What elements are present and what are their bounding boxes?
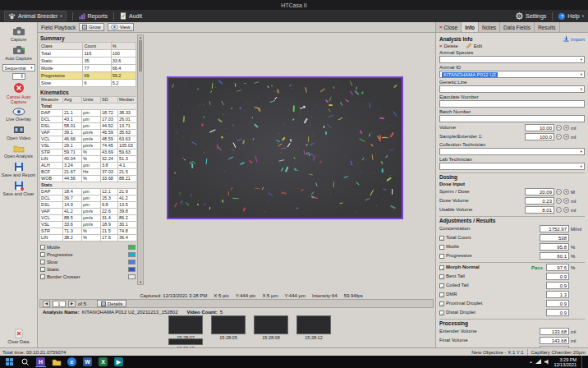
legend-item[interactable]: ✓Static xyxy=(39,265,136,273)
minus-button[interactable]: − xyxy=(556,207,562,213)
start-button[interactable] xyxy=(4,356,15,367)
kinematics-row[interactable]: VSL33.6µm/s18.930.1 xyxy=(40,222,137,228)
capture-button[interactable]: Capture xyxy=(1,26,37,42)
kinematics-row[interactable]: ALH3.24µm3.84.1 xyxy=(40,163,137,169)
live-overlay-button[interactable]: Live Overlay xyxy=(1,108,37,122)
dose-volume-input[interactable]: 0.23 xyxy=(525,197,554,205)
taskbar-app-htcasa[interactable]: H xyxy=(35,356,46,367)
kinematics-row[interactable]: DSL14.9µm9.813.5 xyxy=(40,202,137,209)
dmr-input[interactable]: 1.3 xyxy=(546,291,569,298)
lab-technician-select[interactable]: ▾ xyxy=(439,163,585,170)
proximal-droplet-input[interactable]: 0.9 xyxy=(546,300,569,307)
view-button[interactable]: View xyxy=(108,23,134,31)
distal-droplet-input[interactable]: 0.9 xyxy=(546,309,569,316)
taskbar-edge[interactable]: e xyxy=(67,356,77,367)
distal-droplet-checkbox[interactable]: ✓ xyxy=(439,310,444,315)
taskbar-clock[interactable]: 3:29 PM 12/13/2021 xyxy=(554,357,577,367)
taskbar-media-app[interactable]: ▶ xyxy=(113,356,124,367)
kinematics-row[interactable]: WOB44.56%33.6888.21 xyxy=(40,176,137,182)
final-volume-input[interactable]: 143.68 xyxy=(540,337,569,344)
scroll-down-icon[interactable]: ▼ xyxy=(139,280,142,284)
clear-data-button[interactable]: Clear Data xyxy=(1,329,37,344)
animal-species-select[interactable]: ▾ xyxy=(439,56,585,63)
genetic-line-select[interactable]: ▾ xyxy=(439,85,585,93)
extender-volume-input[interactable]: 133.68 xyxy=(540,328,569,335)
motile-input[interactable]: 95.8 xyxy=(540,243,569,251)
kinematics-row[interactable]: STR71.3%21.574.8 xyxy=(40,228,137,235)
legend-checkbox[interactable]: ✓ xyxy=(40,260,45,264)
summary-row[interactable]: Static3533.6 xyxy=(40,58,136,65)
plus-button[interactable]: + xyxy=(563,134,569,140)
auto-capture-button[interactable]: Auto Capture xyxy=(1,45,37,61)
summary-row[interactable]: Motile7766.4 xyxy=(40,65,136,72)
current-field-input[interactable]: 1 xyxy=(53,301,66,307)
legend-checkbox[interactable]: ✓ xyxy=(40,252,45,257)
delete-button[interactable]: × Delete xyxy=(439,43,458,48)
video-thumbnail[interactable]: 15:28:02 xyxy=(168,315,203,340)
sample-extender-input[interactable]: 100.0 xyxy=(525,133,554,140)
field-count-spinner[interactable]: ▲▼ xyxy=(12,73,25,80)
search-button[interactable] xyxy=(20,356,30,367)
menu-reports[interactable]: Reports xyxy=(79,13,108,20)
legend-checkbox[interactable]: ✓ xyxy=(40,267,45,272)
volume-icon[interactable] xyxy=(544,359,550,366)
show-desktop-button[interactable] xyxy=(581,356,584,368)
edit-button[interactable]: Edit xyxy=(466,43,482,48)
dmr-checkbox[interactable]: ✓ xyxy=(439,292,444,297)
coiled-tail-input[interactable]: 0.9 xyxy=(546,282,569,289)
open-video-button[interactable]: Open Video xyxy=(1,125,37,140)
minus-button[interactable]: − xyxy=(556,125,562,131)
kinematics-row[interactable]: BCF21.67Hz37.0321.5 xyxy=(40,169,137,176)
settings-button[interactable]: Settings xyxy=(516,12,546,20)
kinematics-row[interactable]: DAP21.1µm18.7238.33 xyxy=(40,110,137,117)
sperm-dose-input[interactable]: 20.09 xyxy=(525,188,554,196)
volume-input[interactable]: 10.00 xyxy=(525,124,554,131)
minus-button[interactable]: − xyxy=(556,189,562,195)
bent-tail-input[interactable]: 0.9 xyxy=(546,273,569,280)
kinematics-row[interactable]: STR59.71%43.6959.63 xyxy=(40,150,137,156)
progressive-checkbox[interactable] xyxy=(439,254,444,259)
legend-item[interactable]: ✓Border Crosser xyxy=(39,273,136,280)
tray-expand-icon[interactable]: ▲ xyxy=(530,360,533,364)
kinematics-row[interactable]: DCL39.7µm15.341.2 xyxy=(40,196,137,202)
grow-button[interactable]: Grow xyxy=(79,23,103,31)
tab-data-fields[interactable]: Data Fields xyxy=(500,22,535,32)
legend-checkbox[interactable]: ✓ xyxy=(40,274,45,279)
kinematics-row[interactable]: VAP39.1µm/s46.5935.63 xyxy=(40,130,137,136)
kinematics-row[interactable]: VAP41.2µm/s22.639.8 xyxy=(40,209,137,215)
legend-item[interactable]: ✓Progressive xyxy=(39,251,136,258)
spinner-arrows-icon[interactable]: ▲▼ xyxy=(21,74,23,80)
kinematics-row[interactable]: VCL88.5µm/s31.486.2 xyxy=(40,215,137,222)
minus-button[interactable]: − xyxy=(556,134,562,140)
plus-button[interactable]: + xyxy=(563,189,569,195)
summary-row[interactable]: Slow65.2 xyxy=(40,80,136,87)
morph-normal-checkbox[interactable]: ✓ xyxy=(439,265,444,270)
kinematics-row[interactable]: VCL46.66µm/s48.5963.63 xyxy=(40,136,137,143)
plus-button[interactable]: + xyxy=(563,125,569,131)
tab-results[interactable]: Results xyxy=(535,22,560,32)
collection-technician-select[interactable]: ▾ xyxy=(439,148,585,155)
details-button[interactable]: Details xyxy=(97,300,126,307)
scrollbar-thumb[interactable] xyxy=(139,40,142,71)
morph-normal-input[interactable]: 97.6 xyxy=(546,264,569,271)
summary-row[interactable]: Progressive6959.2 xyxy=(40,72,136,80)
microscopy-field-image[interactable] xyxy=(167,76,403,219)
summary-row[interactable]: Total116100 xyxy=(40,50,136,58)
previous-field-button[interactable]: ◀ xyxy=(43,301,50,307)
plus-button[interactable]: + xyxy=(563,207,569,213)
next-field-button[interactable]: ▶ xyxy=(68,301,76,307)
proximal-droplet-checkbox[interactable]: ✓ xyxy=(439,301,444,306)
coiled-tail-checkbox[interactable]: ✓ xyxy=(439,283,444,288)
video-thumbnail[interactable]: 15:28:08 xyxy=(254,315,288,340)
video-thumbnail[interactable]: 15:28:05 xyxy=(211,315,246,340)
kinematics-row[interactable]: LIN38.2%17.636.4 xyxy=(40,235,137,242)
help-button[interactable]: ? Help ▾ xyxy=(558,13,584,20)
taskbar-excel[interactable]: X xyxy=(98,356,108,367)
bent-tail-checkbox[interactable]: ✓ xyxy=(439,274,444,279)
legend-item[interactable]: ✓Slow xyxy=(39,258,136,265)
usable-volume-input[interactable]: 8.01 xyxy=(525,206,554,214)
kinematics-group-row[interactable]: Stats xyxy=(40,182,137,189)
legend-item[interactable]: ✓Motile xyxy=(39,243,136,251)
legend-checkbox[interactable]: ✓ xyxy=(40,245,45,250)
video-thumbnail[interactable]: 15:28:12 xyxy=(296,315,331,340)
